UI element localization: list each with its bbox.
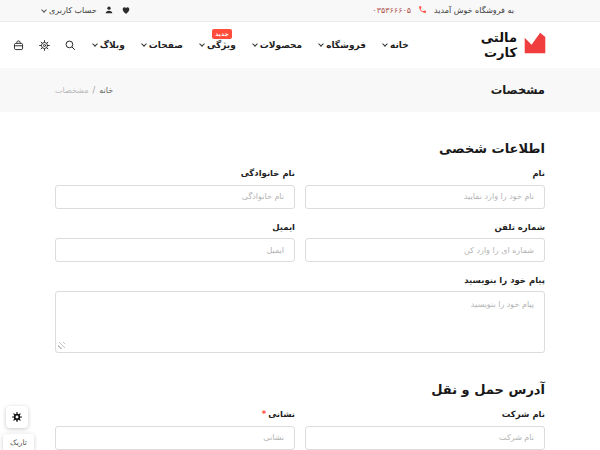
breadcrumb-separator: / [93,86,96,95]
form-row: نام شرکت نشانی* [55,409,545,450]
chevron-down-icon [199,41,205,47]
chevron-down-icon [382,41,388,47]
company-input[interactable] [305,426,545,450]
field-last-name: نام خانوادگی [55,168,295,209]
search-icon[interactable] [64,39,77,52]
account-label: حساب کاربری [49,6,97,15]
company-label: نام شرکت [305,409,545,419]
shipping-address-heading: آدرس حمل و نقل [55,382,545,397]
personal-info-heading: اطلاعات شخصی [55,141,545,156]
field-phone: شماره تلفن [305,222,545,263]
chevron-down-icon [92,41,98,47]
header-icons [12,39,77,52]
welcome-text: به فروشگاه خوش آمدید [434,6,514,15]
nav-item-features[interactable]: جدید ویژگی [200,40,236,50]
field-email: ایمیل [55,222,295,263]
field-message: پیام خود را بنویسید [55,275,545,353]
dark-mode-button[interactable]: تاریک [3,434,34,450]
topbar-user-group: حساب کاربری [42,5,131,17]
gear-icon [11,408,23,427]
topbar: به فروشگاه خوش آمدید ۰۳۵۳۶۶۶۰۵ حساب کارب… [0,0,600,22]
nav-item-products[interactable]: محصولات [253,40,302,50]
bag-icon[interactable] [12,39,25,52]
breadcrumb-band: مشخصات خانه / مشخصات [0,68,600,112]
email-label: ایمیل [55,222,295,232]
last-name-label: نام خانوادگی [55,168,295,178]
page-title: مشخصات [491,83,545,97]
address-label: نشانی* [55,409,295,419]
main-content: اطلاعات شخصی نام نام خانوادگی شماره تلفن… [0,141,600,450]
heart-icon[interactable] [121,5,131,17]
user-icon[interactable] [104,5,114,17]
last-name-input[interactable] [55,185,295,209]
brand-name: مالتی کارت [481,30,517,60]
resize-handle-icon[interactable] [58,342,65,349]
phone-label: شماره تلفن [305,222,545,232]
settings-fab[interactable] [6,406,28,428]
header: مالتی کارت خانه فروشگاه محصولات جدید ویژ… [0,22,600,68]
field-first-name: نام [305,168,545,209]
gear-icon[interactable] [38,39,51,52]
nav-item-shop[interactable]: فروشگاه [319,40,366,50]
address-input[interactable] [55,426,295,450]
first-name-label: نام [305,168,545,178]
email-input[interactable] [55,238,295,262]
breadcrumb-current: مشخصات [55,86,89,95]
field-company: نام شرکت [305,409,545,450]
form-row: شماره تلفن ایمیل [55,222,545,263]
message-label: پیام خود را بنویسید [55,275,545,285]
account-dropdown[interactable]: حساب کاربری [42,6,97,15]
main-nav: خانه فروشگاه محصولات جدید ویژگی صفحات وب… [93,40,409,50]
brand-logo[interactable]: مالتی کارت [481,30,548,60]
first-name-input[interactable] [305,185,545,209]
new-badge: جدید [212,29,232,39]
nav-item-pages[interactable]: صفحات [142,40,183,50]
field-address: نشانی* [55,409,295,450]
chevron-down-icon [41,7,47,13]
chevron-down-icon [318,41,324,47]
chevron-down-icon [252,41,258,47]
logo-mark-icon [522,31,548,59]
nav-item-home[interactable]: خانه [383,40,409,50]
phone-input[interactable] [305,238,545,262]
phone-number: ۰۳۵۳۶۶۶۰۵ [372,6,411,15]
phone-icon [418,5,427,16]
nav-item-blog[interactable]: وبلاگ [93,40,125,50]
message-textarea[interactable] [55,291,545,353]
required-mark: * [262,409,266,419]
topbar-welcome-group: به فروشگاه خوش آمدید ۰۳۵۳۶۶۶۰۵ [372,5,514,16]
breadcrumb-home-link[interactable]: خانه [99,86,113,95]
breadcrumb: خانه / مشخصات [55,86,113,95]
chevron-down-icon [141,41,147,47]
form-row: نام نام خانوادگی [55,168,545,209]
